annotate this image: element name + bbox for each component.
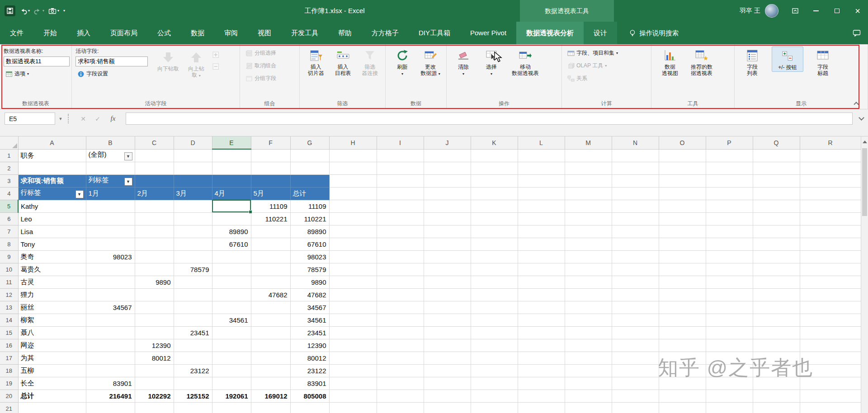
cell-H14[interactable]: [329, 314, 377, 326]
group-field-button[interactable]: 分组字段: [244, 73, 278, 84]
cell-I13[interactable]: [377, 301, 424, 314]
cell-P11[interactable]: [706, 276, 753, 288]
cell-L20[interactable]: [518, 390, 565, 402]
cell-J3[interactable]: [424, 174, 471, 187]
cell-H18[interactable]: [329, 364, 377, 377]
cell-G10[interactable]: 78579: [290, 263, 329, 276]
cell-N1[interactable]: [612, 149, 659, 162]
ribbon-display-options-button[interactable]: [785, 0, 806, 22]
cell-I5[interactable]: [377, 200, 424, 212]
column-header-L[interactable]: L: [518, 136, 565, 149]
cell-L9[interactable]: [518, 250, 565, 263]
cell-P5[interactable]: [706, 200, 753, 212]
cell-I11[interactable]: [377, 276, 424, 288]
cell-L7[interactable]: [518, 225, 565, 238]
insert-function-button[interactable]: fx: [107, 113, 119, 125]
cell-D16[interactable]: [174, 339, 212, 352]
cell-C2[interactable]: [135, 162, 174, 174]
scroll-up-button[interactable]: [861, 136, 868, 147]
ribbon-tab-审阅[interactable]: 审阅: [214, 22, 248, 44]
cell-P14[interactable]: [706, 314, 753, 326]
cell-D6[interactable]: [174, 212, 212, 225]
cell-O12[interactable]: [659, 288, 706, 301]
row-header-17[interactable]: 17: [0, 352, 18, 364]
cell-J8[interactable]: [424, 238, 471, 250]
cell-F6[interactable]: 110221: [251, 212, 290, 225]
scrollbar-thumb[interactable]: [862, 148, 867, 216]
cell-A18[interactable]: 五柳: [18, 364, 86, 377]
cell-E13[interactable]: [212, 301, 251, 314]
cell-C21[interactable]: [135, 402, 174, 413]
cell-N8[interactable]: [612, 238, 659, 250]
cell-N17[interactable]: [612, 352, 659, 364]
avatar[interactable]: [765, 4, 778, 18]
cell-A21[interactable]: [18, 402, 86, 413]
cell-A20[interactable]: 总计: [18, 390, 86, 402]
ribbon-tab-帮助[interactable]: 帮助: [328, 22, 362, 44]
cell-N19[interactable]: [612, 377, 659, 390]
cell-G2[interactable]: [290, 162, 329, 174]
cell-E12[interactable]: [212, 288, 251, 301]
cell-M18[interactable]: [565, 364, 612, 377]
column-header-E[interactable]: E: [212, 136, 251, 149]
column-header-J[interactable]: J: [424, 136, 471, 149]
cell-Q1[interactable]: [753, 149, 800, 162]
cell-Q3[interactable]: [753, 174, 800, 187]
cell-N14[interactable]: [612, 314, 659, 326]
cell-M6[interactable]: [565, 212, 612, 225]
cell-B7[interactable]: [86, 225, 135, 238]
cell-L5[interactable]: [518, 200, 565, 212]
cell-O16[interactable]: [659, 339, 706, 352]
cell-A1[interactable]: 职务: [18, 149, 86, 162]
cell-Q9[interactable]: [753, 250, 800, 263]
cell-B19[interactable]: 83901: [86, 377, 135, 390]
cell-I16[interactable]: [377, 339, 424, 352]
cell-H16[interactable]: [329, 339, 377, 352]
cell-D18[interactable]: 23122: [174, 364, 212, 377]
cell-J12[interactable]: [424, 288, 471, 301]
cell-C8[interactable]: [135, 238, 174, 250]
cell-L1[interactable]: [518, 149, 565, 162]
cell-M7[interactable]: [565, 225, 612, 238]
cell-C13[interactable]: [135, 301, 174, 314]
cell-B13[interactable]: 34567: [86, 301, 135, 314]
cell-K11[interactable]: [471, 276, 518, 288]
cell-J16[interactable]: [424, 339, 471, 352]
field-settings-button[interactable]: 字段设置: [75, 69, 153, 79]
cell-K16[interactable]: [471, 339, 518, 352]
cell-K13[interactable]: [471, 301, 518, 314]
change-data-source-button[interactable]: 更改 数据源 ▾: [417, 47, 443, 77]
cell-A5[interactable]: Kathy: [18, 200, 86, 212]
pivot-name-input[interactable]: [4, 56, 70, 66]
cell-F8[interactable]: [251, 238, 290, 250]
cell-C9[interactable]: [135, 250, 174, 263]
cell-I4[interactable]: [377, 187, 424, 200]
row-header-11[interactable]: 11: [0, 276, 18, 288]
cell-O1[interactable]: [659, 149, 706, 162]
cell-R14[interactable]: [800, 314, 861, 326]
cell-I2[interactable]: [377, 162, 424, 174]
cell-O10[interactable]: [659, 263, 706, 276]
cell-G9[interactable]: 98023: [290, 250, 329, 263]
cell-M3[interactable]: [565, 174, 612, 187]
cell-H3[interactable]: [329, 174, 377, 187]
cell-L10[interactable]: [518, 263, 565, 276]
ribbon-tab-文件[interactable]: 文件: [0, 22, 33, 44]
column-header-A[interactable]: A: [18, 136, 86, 149]
cell-O2[interactable]: [659, 162, 706, 174]
cell-B21[interactable]: [86, 402, 135, 413]
cell-N11[interactable]: [612, 276, 659, 288]
cell-O21[interactable]: [659, 402, 706, 413]
cell-R4[interactable]: [800, 187, 861, 200]
cell-I6[interactable]: [377, 212, 424, 225]
cell-K7[interactable]: [471, 225, 518, 238]
cell-B8[interactable]: [86, 238, 135, 250]
cell-M4[interactable]: [565, 187, 612, 200]
column-header-M[interactable]: M: [565, 136, 612, 149]
name-box-caret-icon[interactable]: ▼: [56, 113, 65, 125]
ribbon-tab-开发工具[interactable]: 开发工具: [281, 22, 328, 44]
cell-G21[interactable]: [290, 402, 329, 413]
close-button[interactable]: ×: [847, 0, 868, 22]
cell-F17[interactable]: [251, 352, 290, 364]
cell-D7[interactable]: [174, 225, 212, 238]
